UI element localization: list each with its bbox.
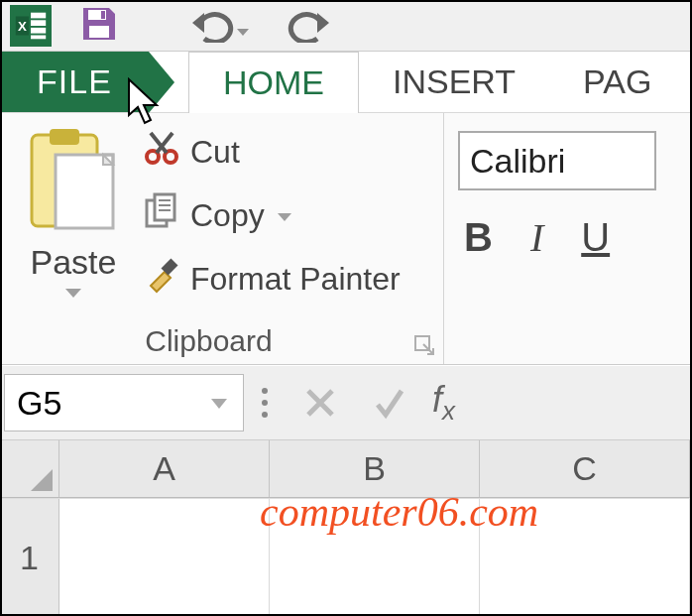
- excel-logo-icon: X: [10, 5, 52, 47]
- ribbon-tabs: FILE HOME INSERT PAG: [0, 52, 692, 113]
- italic-button[interactable]: I: [530, 214, 543, 261]
- formula-bar: G5 fx: [0, 365, 692, 440]
- cursor-icon: [125, 77, 165, 127]
- scissors-icon: [143, 129, 180, 175]
- paste-icon: [26, 127, 121, 240]
- format-painter-label: Format Painter: [190, 261, 401, 298]
- svg-text:X: X: [18, 18, 27, 33]
- underline-label: U: [581, 215, 610, 260]
- insert-function-button[interactable]: fx: [432, 379, 455, 427]
- enter-formula-button[interactable]: [355, 374, 424, 431]
- svg-rect-15: [155, 194, 174, 220]
- clipboard-group-label: Clipboard: [0, 324, 417, 358]
- formula-bar-splitter[interactable]: [252, 374, 278, 431]
- svg-rect-7: [89, 26, 109, 38]
- font-group: Calibri B I U: [444, 113, 692, 364]
- column-header[interactable]: C: [480, 440, 690, 497]
- paintbrush-icon: [143, 256, 180, 302]
- bold-button[interactable]: B: [464, 215, 493, 260]
- clipboard-dialog-launcher[interactable]: [413, 334, 437, 358]
- column-header[interactable]: A: [59, 440, 270, 497]
- name-box-value: G5: [17, 384, 61, 423]
- copy-label: Copy: [190, 197, 265, 234]
- svg-rect-8: [101, 11, 105, 19]
- select-all-button[interactable]: [0, 440, 59, 497]
- svg-rect-3: [31, 27, 46, 33]
- clipboard-group: Paste Cut Copy Format Painter Clipboard: [0, 113, 444, 364]
- paste-label: Paste: [31, 244, 117, 281]
- paste-dropdown[interactable]: [61, 283, 85, 307]
- font-name-combo[interactable]: Calibri: [458, 131, 656, 190]
- svg-rect-1: [31, 12, 46, 18]
- svg-rect-2: [31, 20, 46, 26]
- copy-button[interactable]: Copy: [143, 192, 401, 238]
- tab-page-layout[interactable]: PAG: [549, 52, 685, 112]
- underline-button[interactable]: U: [581, 215, 616, 260]
- cut-button[interactable]: Cut: [143, 129, 401, 175]
- row-header[interactable]: 1: [0, 499, 59, 616]
- svg-rect-11: [56, 155, 113, 228]
- undo-dropdown[interactable]: [234, 23, 252, 47]
- cell[interactable]: [480, 499, 690, 616]
- ribbon: Paste Cut Copy Format Painter Clipboard …: [0, 113, 692, 365]
- cell[interactable]: [270, 499, 480, 616]
- redo-button[interactable]: [288, 5, 335, 47]
- save-button[interactable]: [79, 4, 119, 48]
- cancel-formula-button[interactable]: [286, 374, 355, 431]
- format-painter-button[interactable]: Format Painter: [143, 256, 401, 302]
- name-box[interactable]: G5: [4, 374, 244, 431]
- paste-button[interactable]: Paste: [14, 121, 133, 326]
- tab-home[interactable]: HOME: [188, 52, 359, 113]
- svg-rect-10: [50, 129, 79, 145]
- column-headers: A B C: [0, 440, 692, 498]
- copy-icon: [143, 192, 180, 238]
- worksheet[interactable]: 1: [0, 498, 692, 616]
- column-header[interactable]: B: [270, 440, 480, 497]
- tab-insert[interactable]: INSERT: [359, 52, 549, 112]
- undo-button[interactable]: [186, 5, 234, 47]
- name-box-dropdown[interactable]: [207, 384, 231, 423]
- cut-label: Cut: [190, 134, 240, 171]
- svg-rect-4: [31, 35, 46, 39]
- quick-access-toolbar: X: [0, 0, 692, 52]
- copy-dropdown[interactable]: [275, 197, 294, 234]
- cell[interactable]: [59, 499, 270, 616]
